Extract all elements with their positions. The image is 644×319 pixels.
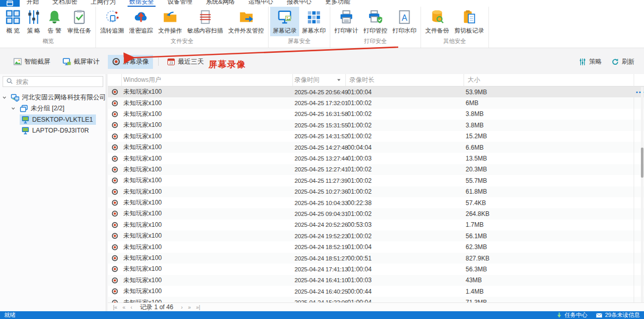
table-row[interactable]: 未知玩家x1002025-04-25 12:27:4101:00:0220.3M… xyxy=(108,164,644,175)
task-center-button[interactable]: 任务中心 xyxy=(556,311,587,319)
toolbar-button[interactable]: 刷新 xyxy=(611,57,635,66)
ribbon-group-label: 屏幕安全 xyxy=(270,36,328,48)
cell-record-time: 2025-04-24 18:52:19 xyxy=(293,241,346,252)
ribbon-button[interactable]: 文件外发管控 xyxy=(226,7,267,36)
ribbon-button[interactable]: 剪切板记录 xyxy=(452,7,487,36)
pager-left: |««‹ xyxy=(110,304,135,310)
toolbar-button[interactable]: 屏幕录像 xyxy=(108,55,153,69)
pager-control[interactable]: »| xyxy=(193,304,203,310)
header-col-duration[interactable]: 录像时长 xyxy=(346,74,464,86)
ribbon-button[interactable]: 告 警 xyxy=(44,7,65,36)
header-col-record-time[interactable]: 录像时间 xyxy=(293,74,346,86)
tab-设备管理[interactable]: 设备管理 xyxy=(161,0,199,7)
pc-icon xyxy=(21,115,30,124)
cell-duration: 01:00:02 xyxy=(346,230,464,241)
scrollbar-thumb[interactable] xyxy=(641,148,643,178)
ribbon-button[interactable]: 审批任务 xyxy=(65,7,94,36)
ribbon-button-label: 剪切板记录 xyxy=(454,27,484,35)
ribbon-button[interactable]: 屏幕水印 xyxy=(299,7,328,36)
table-row[interactable]: 未知玩家x1002025-04-24 18:52:1901:00:0462.3M… xyxy=(108,241,644,252)
table-row[interactable]: 未知玩家x1002025-04-24 20:52:2600:53:031.7MB xyxy=(108,220,644,230)
tree-item-label: LAPTOP-D9J3IT0R xyxy=(32,127,89,134)
table-row[interactable]: 未知玩家x1002025-04-24 18:51:2700:00:51827.9… xyxy=(108,253,644,264)
table-row[interactable]: 未知玩家x1002025-04-24 15:22:0601:00:0471.3M… xyxy=(108,297,644,302)
record-indicator-cell xyxy=(108,230,122,241)
pager-control[interactable]: ‹ xyxy=(128,304,135,310)
table-row[interactable]: 未知玩家x1002025-04-24 19:52:2301:00:0256.1M… xyxy=(108,230,644,241)
table-row[interactable]: 未知玩家x1002025-04-25 20:56:4901:00:0453.9M… xyxy=(108,86,644,97)
record-indicator-cell xyxy=(108,186,122,197)
tab-上网行为[interactable]: 上网行为 xyxy=(84,0,122,7)
header-cell-icon xyxy=(108,74,122,86)
ribbon-buttons-row: 流转追溯泄密追踪文件操作敏感内容扫描文件外发管控 xyxy=(97,7,267,36)
doc-a-icon: A xyxy=(397,9,412,25)
cell-duration: 00:22:38 xyxy=(346,197,464,208)
device-tree: 河北安固云网络科技有限公司 [2/2]未分组 [2/2]DESKTOP-VLKT… xyxy=(0,89,106,136)
pager-control[interactable]: |« xyxy=(110,304,120,310)
pager-control[interactable]: › xyxy=(178,304,185,310)
table-row[interactable]: 未知玩家x1002025-04-25 09:04:3101:00:02264.8… xyxy=(108,208,644,219)
table-row[interactable]: 未知玩家x1002025-04-25 16:31:5801:00:023.8MB xyxy=(108,109,644,120)
ribbon-button[interactable]: 泄密追踪 xyxy=(127,7,156,36)
ribbon-button[interactable]: 打印审计 xyxy=(332,7,361,36)
record-indicator-cell xyxy=(108,120,122,130)
table-row[interactable]: 未知玩家x1002025-04-24 16:41:1001:00:0343MB xyxy=(108,275,644,286)
header-col-size[interactable]: 大小 xyxy=(464,74,634,86)
table-row[interactable]: 未知玩家x1002025-04-25 10:04:3300:22:3857.4K… xyxy=(108,197,644,208)
cell-windows-user: 未知玩家x100 xyxy=(122,97,293,108)
toolbar-button[interactable]: 23最近三天 xyxy=(163,55,208,69)
pager-control[interactable]: » xyxy=(185,304,193,310)
unread-messages-button[interactable]: 29条未读信息 xyxy=(596,311,640,319)
table-row[interactable]: 未知玩家x1002025-04-24 16:40:2500:00:441.4MB xyxy=(108,286,644,297)
tree-item-content: 未分组 [2/2] xyxy=(18,103,67,114)
ribbon-button[interactable]: 敏感内容扫描 xyxy=(185,7,226,36)
ribbon-button-label: 屏幕水印 xyxy=(302,27,326,35)
ribbon-button[interactable]: A打印水印 xyxy=(390,7,419,36)
toolbar-button[interactable]: 策略 xyxy=(579,57,602,66)
tree-item[interactable]: DESKTOP-VLKTLE1 xyxy=(0,114,106,125)
tree-item[interactable]: LAPTOP-D9J3IT0R xyxy=(0,125,106,136)
cell-duration: 01:00:02 xyxy=(346,164,464,175)
table-row[interactable]: 未知玩家x1002025-04-25 17:32:0101:00:026MB xyxy=(108,97,644,108)
ribbon-button[interactable]: 打印管控 xyxy=(361,7,390,36)
tab-报表中心[interactable]: 报表中心 xyxy=(280,0,318,7)
pager-control[interactable]: « xyxy=(120,304,128,310)
tab-运维中心[interactable]: 运维中心 xyxy=(242,0,280,7)
tab-文档加密[interactable]: 文档加密 xyxy=(46,0,84,7)
header-col-label: 录像时间 xyxy=(295,76,319,84)
toolbar-button[interactable]: 智能截屏 xyxy=(9,55,54,69)
table-row[interactable]: 未知玩家x1002025-04-25 13:27:4401:00:0313.5M… xyxy=(108,153,644,164)
toolbar-button[interactable]: 截屏审计 xyxy=(59,55,104,69)
tab-更多功能[interactable]: 更多功能 xyxy=(318,0,357,7)
ribbon-button[interactable]: 文件操作 xyxy=(156,7,185,36)
ribbon-button[interactable]: 策 略 xyxy=(23,7,44,36)
cell-size: 20.3MB xyxy=(464,164,634,175)
calendar-23-icon: 23 xyxy=(167,57,175,66)
ribbon-button[interactable]: 屏幕记录 xyxy=(270,7,299,36)
record-icon xyxy=(111,111,118,118)
vertical-scrollbar[interactable] xyxy=(641,87,643,302)
table-row[interactable]: 未知玩家x1002025-04-24 17:41:1301:00:0456.3M… xyxy=(108,264,644,274)
ribbon-buttons-row: 概 览策 略告 警审批任务 xyxy=(3,7,94,36)
table-row[interactable]: 未知玩家x1002025-04-25 11:27:3901:00:0255.7M… xyxy=(108,175,644,186)
tab-开始[interactable]: 开始 xyxy=(20,0,46,7)
table-row[interactable]: 未知玩家x1002025-04-25 14:27:4800:04:046.6MB xyxy=(108,142,644,153)
unread-messages-label: 29条未读信息 xyxy=(605,311,640,319)
cell-size: 61.8MB xyxy=(464,186,634,197)
tree-item[interactable]: 河北安固云网络科技有限公司 [2/2] xyxy=(0,92,106,103)
tree-item[interactable]: 未分组 [2/2] xyxy=(0,103,106,114)
ribbon-button-label: 概 览 xyxy=(6,27,20,35)
app-menu-button[interactable] xyxy=(0,0,20,7)
ribbon-button[interactable]: 概 览 xyxy=(3,7,23,36)
tab-数据安全[interactable]: 数据安全 xyxy=(122,0,161,7)
header-col-windows-user[interactable]: Windows用户 xyxy=(122,74,293,86)
ribbon-button[interactable]: 文件备份 xyxy=(423,7,452,36)
app-window: 开始文档加密上网行为数据安全设备管理系统&网络运维中心报表中心更多功能 概 览策… xyxy=(0,0,644,319)
table-row[interactable]: 未知玩家x1002025-04-25 15:31:5501:00:023.8MB xyxy=(108,120,644,130)
ribbon-button[interactable]: 流转追溯 xyxy=(97,7,127,36)
table-row[interactable]: 未知玩家x1002025-04-25 14:31:5201:00:0215.2M… xyxy=(108,131,644,142)
table-row[interactable]: 未知玩家x1002025-04-25 10:27:3601:00:0261.8M… xyxy=(108,186,644,197)
ribbon-button-label: 文件操作 xyxy=(158,27,182,35)
tab-系统&网络[interactable]: 系统&网络 xyxy=(199,0,242,7)
search-input[interactable] xyxy=(16,78,100,85)
